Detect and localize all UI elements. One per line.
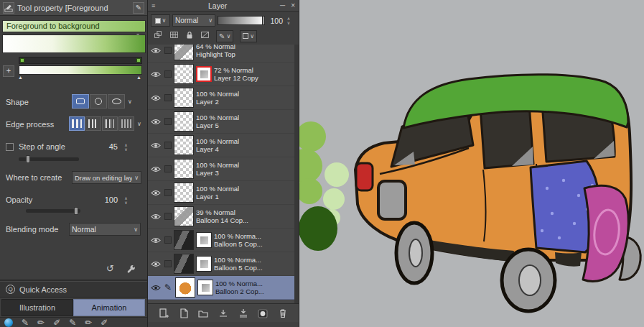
layer-row[interactable]: 100 % Norma...Balloon 5 Cop...	[148, 229, 295, 252]
reference-layer-icon[interactable]	[200, 29, 210, 42]
layer-thumbnail[interactable]	[174, 135, 194, 155]
where-to-create-dropdown[interactable]: Draw on editing lay ∨	[72, 171, 141, 184]
layer-visibility-eye-icon[interactable]	[151, 261, 162, 267]
panel-menu-icon[interactable]: ≡	[151, 2, 155, 9]
gradient-edit-strip[interactable]	[19, 65, 142, 75]
brush-tool-icon[interactable]: ✏	[85, 318, 92, 327]
canvas-artwork[interactable]	[299, 0, 644, 327]
layer-mask-thumbnail[interactable]	[196, 256, 212, 272]
layer-select-checkbox[interactable]	[164, 94, 172, 101]
transfer-to-lower-layer-button[interactable]	[216, 306, 230, 321]
layer-thumbnail[interactable]	[174, 206, 194, 226]
create-layer-mask-button[interactable]	[256, 306, 271, 321]
minimize-icon[interactable]: ─	[280, 1, 285, 9]
layer-thumbnail[interactable]	[174, 230, 194, 250]
quick-access-header[interactable]: Q Quick Access	[0, 282, 147, 298]
layer-row[interactable]: 100 % NormalLayer 2	[148, 86, 295, 110]
add-gradient-stop-button[interactable]: +	[3, 65, 14, 77]
stop-marker-icon[interactable]: ▲	[136, 75, 141, 80]
gradient-set-name[interactable]: Foreground to background	[2, 20, 146, 32]
layer-select-checkbox[interactable]	[164, 165, 172, 172]
layer-mask-thumbnail[interactable]	[196, 232, 212, 248]
brush-tool-icon[interactable]: ✎	[22, 318, 29, 327]
layer-row[interactable]: ✎100 % Norma...Balloon 2 Cop...	[148, 276, 295, 300]
canvas[interactable]	[299, 0, 644, 327]
layer-thumbnail[interactable]	[174, 183, 194, 203]
new-raster-layer-button[interactable]	[157, 306, 171, 321]
chevron-down-icon[interactable]: ∨	[137, 121, 141, 127]
step-of-angle-stepper[interactable]: ∧ ∨	[122, 143, 130, 152]
edge-style-2-button[interactable]	[85, 116, 101, 131]
slider-handle[interactable]	[262, 17, 263, 24]
stepper-down-icon[interactable]: ∨	[124, 201, 127, 205]
merge-with-lower-layer-button[interactable]	[236, 306, 251, 321]
reset-to-default-button[interactable]: ↺	[106, 263, 114, 274]
layer-thumbnail[interactable]	[175, 277, 195, 298]
layer-visibility-eye-icon[interactable]	[151, 190, 162, 196]
edge-style-3-button[interactable]	[102, 116, 118, 131]
layer-thumbnail[interactable]	[174, 45, 194, 60]
layer-select-checkbox[interactable]	[164, 260, 172, 267]
layer-visibility-eye-icon[interactable]	[151, 47, 162, 54]
step-of-angle-slider[interactable]	[19, 157, 79, 161]
layer-list-scrollbar[interactable]	[294, 45, 299, 303]
gradient-preview[interactable]	[2, 34, 146, 53]
stepper-down-icon[interactable]: ∨	[287, 21, 290, 25]
edit-tool-settings-button[interactable]: ✎	[133, 2, 144, 14]
step-of-angle-value[interactable]: 45	[99, 142, 118, 151]
gradient-stop-track[interactable]	[19, 57, 142, 64]
opacity-value[interactable]: 100	[99, 195, 118, 204]
brush-tool-icon[interactable]: ✏	[37, 318, 45, 327]
layer-row[interactable]: 100 % NormalLayer 3	[148, 157, 295, 181]
blending-mode-dropdown[interactable]: Normal ∨	[69, 223, 141, 236]
layer-select-checkbox[interactable]	[164, 47, 172, 54]
gradient-stop-marker[interactable]	[20, 58, 24, 63]
layer-select-checkbox[interactable]	[164, 189, 172, 196]
layer-thumbnail[interactable]	[174, 111, 194, 132]
layer-visibility-eye-icon[interactable]	[151, 142, 162, 149]
stop-marker-icon[interactable]: ▲	[18, 75, 23, 80]
layer-row[interactable]: 72 % NormalLayer 12 Copy	[148, 63, 295, 86]
layer-opacity-stepper[interactable]: ∧ ∨	[285, 17, 292, 25]
color-sphere-icon[interactable]	[4, 318, 13, 327]
layer-visibility-eye-icon[interactable]	[151, 237, 162, 244]
tab-illustration[interactable]: Illustration	[1, 299, 73, 316]
gradient-stop-marker[interactable]	[136, 58, 141, 63]
layer-select-checkbox[interactable]	[164, 142, 172, 149]
close-icon[interactable]: ×	[291, 1, 295, 9]
shape-line-button[interactable]	[72, 94, 89, 109]
layer-opacity-value[interactable]: 100	[267, 17, 283, 25]
layer-visibility-eye-icon[interactable]	[151, 71, 162, 78]
layer-mask-combo[interactable]: ✎ ∨	[216, 30, 233, 42]
stepper-down-icon[interactable]: ∨	[124, 147, 127, 152]
layer-select-checkbox[interactable]	[164, 236, 172, 244]
layer-thumbnail[interactable]	[174, 88, 194, 108]
ruler-combo[interactable]: ∨	[240, 30, 257, 42]
layer-thumbnail[interactable]	[174, 64, 194, 84]
lock-transparent-pixels-icon[interactable]	[169, 29, 179, 42]
chevron-down-icon[interactable]: ∨	[128, 98, 132, 105]
layer-visibility-eye-icon[interactable]	[151, 213, 162, 220]
layer-visibility-eye-icon[interactable]	[151, 95, 162, 101]
layer-mask-thumbnail[interactable]	[197, 280, 213, 295]
layer-visibility-eye-icon[interactable]	[151, 285, 162, 291]
layer-row[interactable]: 39 % NormalBalloon 14 Cop...	[148, 205, 295, 229]
layer-thumbnail[interactable]	[174, 254, 194, 274]
slider-handle[interactable]	[26, 155, 30, 163]
opacity-stepper[interactable]: ∧ ∨	[122, 196, 130, 205]
layer-visibility-eye-icon[interactable]	[151, 119, 162, 125]
shape-circle-button[interactable]	[90, 94, 107, 109]
wrench-icon[interactable]	[126, 264, 136, 276]
layer-row[interactable]: 100 % NormalLayer 5	[148, 110, 295, 134]
new-layer-button[interactable]	[177, 306, 191, 321]
layer-select-checkbox[interactable]	[164, 70, 172, 78]
layer-visibility-eye-icon[interactable]	[151, 166, 162, 172]
layer-mask-thumbnail[interactable]	[196, 66, 212, 82]
layer-thumbnail[interactable]	[174, 159, 194, 179]
tab-animation[interactable]: Animation	[73, 299, 145, 316]
delete-layer-button[interactable]	[276, 306, 290, 321]
layer-color-combo[interactable]: ∨	[151, 14, 170, 27]
new-folder-button[interactable]	[196, 306, 210, 321]
layer-select-checkbox[interactable]	[164, 213, 172, 220]
brush-tool-icon[interactable]: ✐	[53, 318, 60, 327]
